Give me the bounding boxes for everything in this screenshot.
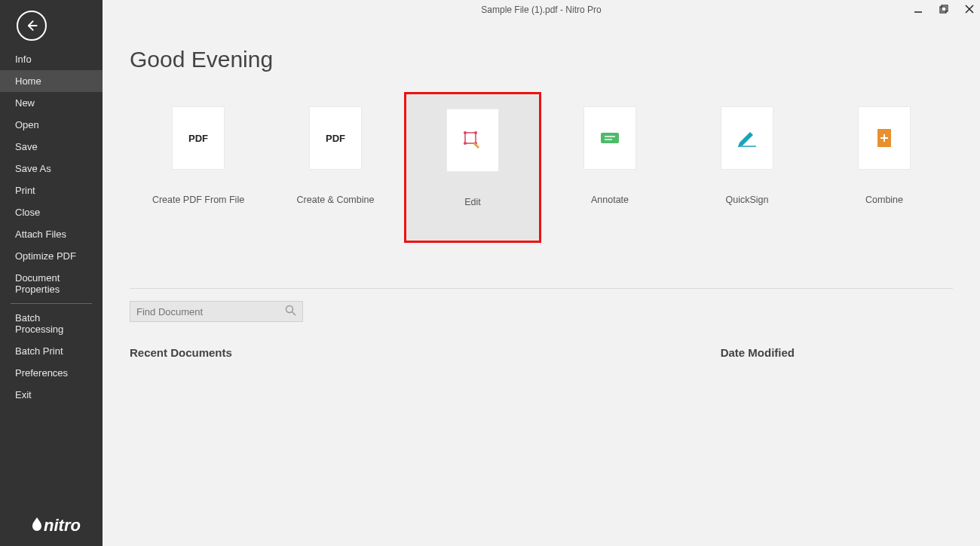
arrow-left-icon bbox=[24, 18, 39, 33]
sidebar-item-info[interactable]: Info bbox=[0, 48, 103, 70]
sidebar-item-save[interactable]: Save bbox=[0, 136, 103, 158]
content: Good Evening PDF Create PDF From File PD… bbox=[103, 20, 980, 546]
maximize-button[interactable] bbox=[938, 3, 950, 15]
svg-rect-6 bbox=[465, 133, 476, 143]
tile-label: Edit bbox=[464, 197, 481, 207]
sidebar-separator bbox=[11, 303, 92, 304]
brand-logo: nitro bbox=[0, 504, 103, 546]
annotate-icon bbox=[600, 130, 620, 146]
tile-label: QuickSign bbox=[726, 195, 769, 205]
window-controls bbox=[912, 3, 975, 15]
tile-icon-box: PDF bbox=[310, 107, 361, 169]
svg-rect-11 bbox=[601, 133, 619, 143]
brand-text: nitro bbox=[44, 516, 81, 535]
sidebar-item-exit[interactable]: Exit bbox=[0, 384, 103, 406]
tile-quicksign[interactable]: QuickSign bbox=[678, 107, 816, 243]
svg-rect-2 bbox=[940, 7, 946, 13]
tile-combine[interactable]: Combine bbox=[816, 107, 953, 243]
tile-create-combine[interactable]: PDF Create & Combine bbox=[267, 107, 404, 243]
search-icon bbox=[285, 305, 296, 319]
date-modified-header: Date Modified bbox=[721, 346, 795, 359]
close-button[interactable] bbox=[963, 3, 975, 15]
tile-label: Create & Combine bbox=[297, 195, 375, 205]
search-box[interactable] bbox=[130, 301, 303, 322]
edit-icon bbox=[463, 130, 482, 150]
tile-label: Combine bbox=[865, 195, 903, 205]
maximize-icon bbox=[939, 5, 948, 14]
sidebar-item-batch-print[interactable]: Batch Print bbox=[0, 340, 103, 362]
main-area: Sample File (1).pdf - Nitro Pro Good Eve… bbox=[103, 0, 980, 546]
sidebar-item-attach-files[interactable]: Attach Files bbox=[0, 223, 103, 245]
sign-icon bbox=[737, 129, 758, 147]
sidebar-item-home[interactable]: Home bbox=[0, 70, 103, 92]
back-button[interactable] bbox=[17, 11, 47, 41]
sidebar-item-open[interactable]: Open bbox=[0, 114, 103, 136]
sidebar: Info Home New Open Save Save As Print Cl… bbox=[0, 0, 103, 546]
svg-point-7 bbox=[464, 131, 467, 134]
sidebar-item-batch-processing[interactable]: Batch Processing bbox=[0, 307, 103, 340]
svg-rect-3 bbox=[942, 5, 948, 11]
tile-create-pdf-from-file[interactable]: PDF Create PDF From File bbox=[130, 107, 267, 243]
tile-icon-box bbox=[721, 107, 773, 169]
list-headers: Recent Documents Date Modified bbox=[130, 346, 953, 359]
close-icon bbox=[965, 5, 974, 14]
svg-line-19 bbox=[292, 311, 296, 315]
recent-documents-header: Recent Documents bbox=[130, 346, 232, 359]
greeting: Good Evening bbox=[130, 47, 953, 72]
minimize-button[interactable] bbox=[912, 3, 924, 15]
sidebar-item-save-as[interactable]: Save As bbox=[0, 158, 103, 179]
tile-label: Create PDF From File bbox=[152, 195, 244, 205]
divider bbox=[130, 288, 953, 289]
tile-icon-box: PDF bbox=[173, 107, 224, 169]
tile-edit[interactable]: Edit bbox=[404, 92, 541, 243]
minimize-icon bbox=[914, 5, 923, 14]
sidebar-item-document-properties[interactable]: Document Properties bbox=[0, 267, 103, 300]
tile-icon-box bbox=[584, 107, 635, 169]
action-tiles: PDF Create PDF From File PDF Create & Co… bbox=[130, 107, 953, 288]
tile-icon-box bbox=[859, 107, 910, 169]
svg-point-8 bbox=[474, 131, 477, 134]
pdf-icon: PDF bbox=[188, 133, 208, 144]
app-root: Info Home New Open Save Save As Print Cl… bbox=[0, 0, 980, 546]
combine-icon bbox=[876, 127, 893, 149]
titlebar: Sample File (1).pdf - Nitro Pro bbox=[103, 0, 980, 20]
sidebar-nav: Info Home New Open Save Save As Print Cl… bbox=[0, 48, 103, 406]
sidebar-item-optimize-pdf[interactable]: Optimize PDF bbox=[0, 245, 103, 267]
svg-point-18 bbox=[286, 305, 293, 312]
tile-icon-box bbox=[447, 109, 498, 171]
svg-point-9 bbox=[464, 142, 467, 145]
tile-annotate[interactable]: Annotate bbox=[541, 107, 678, 243]
sidebar-item-close[interactable]: Close bbox=[0, 201, 103, 223]
brand-flame-icon bbox=[30, 517, 44, 532]
sidebar-item-new[interactable]: New bbox=[0, 92, 103, 114]
tile-label: Annotate bbox=[591, 195, 629, 205]
window-title: Sample File (1).pdf - Nitro Pro bbox=[481, 5, 601, 15]
sidebar-item-print[interactable]: Print bbox=[0, 179, 103, 201]
sidebar-item-preferences[interactable]: Preferences bbox=[0, 362, 103, 384]
search-input[interactable] bbox=[136, 306, 285, 317]
pdf-icon: PDF bbox=[326, 133, 345, 144]
